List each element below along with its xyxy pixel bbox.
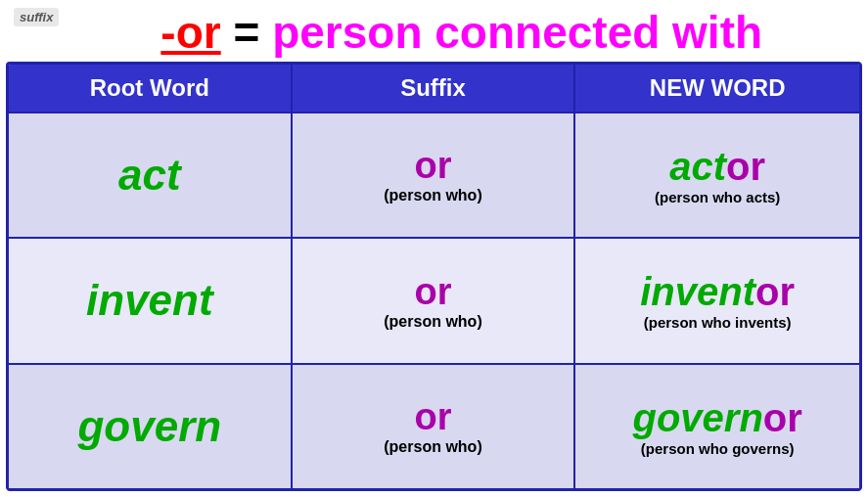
suffix-meaning-3: (person who)	[384, 438, 481, 456]
new-word-container-3: governor (person who governs)	[632, 396, 801, 457]
table-row: invent or (person who) inventor (person …	[9, 237, 859, 362]
cell-new-word-2: inventor (person who invents)	[575, 239, 859, 362]
table-header: Root Word Suffix NEW WORD	[9, 65, 859, 112]
table-row: act or (person who) actor (person who ac…	[9, 112, 859, 237]
suffix-or-2: or	[414, 271, 451, 313]
new-word-suffix-3: or	[763, 396, 802, 440]
suffix-logo: suffix	[14, 8, 59, 26]
new-word-suffix-1: or	[726, 145, 765, 189]
new-word-meaning-3: (person who governs)	[641, 440, 795, 457]
table-row: govern or (person who) governor (person …	[9, 363, 859, 488]
new-word-line-2: inventor	[640, 270, 795, 314]
new-word-container-2: inventor (person who invents)	[640, 270, 795, 331]
new-word-line-3: governor	[632, 396, 801, 440]
root-word-1: act	[118, 151, 181, 200]
cell-suffix-2: or (person who)	[293, 239, 576, 362]
new-word-meaning-1: (person who acts)	[655, 189, 780, 205]
page-wrapper: suffix -or = person connected with Root …	[0, 0, 868, 497]
new-word-meaning-2: (person who invents)	[644, 314, 792, 331]
new-word-root-1: act	[669, 145, 726, 189]
new-word-root-2: invent	[640, 270, 755, 314]
main-table: Root Word Suffix NEW WORD act or (person…	[6, 62, 862, 491]
header-root-word: Root Word	[9, 65, 293, 112]
suffix-meaning-2: (person who)	[384, 313, 481, 331]
cell-new-word-3: governor (person who governs)	[575, 365, 859, 488]
new-word-suffix-2: or	[755, 270, 795, 314]
cell-suffix-3: or (person who)	[293, 365, 576, 488]
title-part1: -or	[160, 7, 220, 58]
new-word-root-3: govern	[632, 396, 762, 440]
title-part3: person connected with	[272, 7, 762, 58]
suffix-or-1: or	[414, 145, 451, 187]
cell-root-1: act	[9, 113, 293, 237]
table-body: act or (person who) actor (person who ac…	[9, 112, 859, 488]
page-title: -or = person connected with	[69, 8, 854, 58]
new-word-line-1: actor	[669, 145, 765, 189]
suffix-meaning-1: (person who)	[384, 187, 481, 204]
header-new-word: NEW WORD	[575, 65, 859, 112]
title-part2: =	[221, 7, 272, 58]
suffix-or-3: or	[414, 396, 451, 438]
cell-suffix-1: or (person who)	[293, 113, 576, 237]
root-word-3: govern	[77, 402, 221, 451]
header-suffix: Suffix	[293, 65, 576, 112]
cell-root-2: invent	[9, 239, 293, 362]
top-bar: suffix -or = person connected with	[6, 6, 862, 62]
cell-root-3: govern	[9, 365, 293, 488]
cell-new-word-1: actor (person who acts)	[575, 113, 859, 237]
new-word-container-1: actor (person who acts)	[655, 145, 780, 205]
root-word-2: invent	[86, 276, 213, 325]
